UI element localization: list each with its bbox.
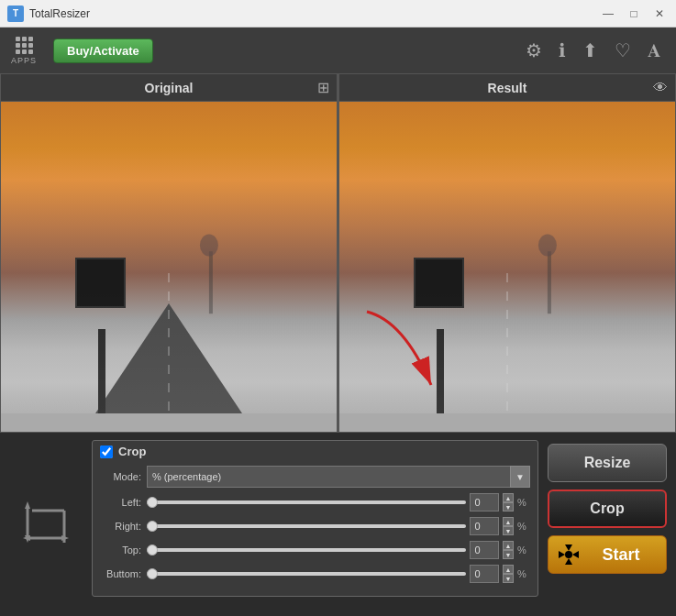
left-spin-up[interactable]: ▲: [503, 493, 514, 502]
crop-button[interactable]: Crop: [548, 490, 667, 528]
right-slider[interactable]: [147, 524, 466, 528]
top-row: Top: ▲ ▼ %: [100, 541, 530, 559]
crop-panel-title: Crop: [118, 445, 146, 458]
svg-point-9: [538, 234, 557, 256]
original-panel-header: Original ⊞: [1, 74, 337, 102]
main-content: Original ⊞: [0, 73, 676, 616]
top-label: Top:: [100, 544, 141, 556]
bottom-slider-wrapper: ▲ ▼ %: [147, 565, 530, 583]
apps-button[interactable]: APPS: [11, 37, 37, 65]
right-input[interactable]: [470, 517, 499, 535]
result-panel-header: Result 👁: [339, 74, 675, 102]
minimize-button[interactable]: —: [599, 5, 617, 23]
buy-activate-button[interactable]: Buy/Activate: [53, 38, 153, 63]
original-panel: Original ⊞: [0, 73, 338, 433]
left-spin-down[interactable]: ▼: [503, 502, 514, 512]
result-image: [339, 102, 675, 413]
crop-tool-icon: [18, 497, 73, 552]
mode-select[interactable]: % (percentage)px (pixels): [147, 466, 530, 488]
apps-label: APPS: [11, 56, 37, 65]
controls-area: Crop Mode: % (percentage)px (pixels) ▼ L…: [0, 433, 676, 616]
close-button[interactable]: ✕: [650, 5, 669, 23]
svg-point-4: [200, 234, 218, 256]
top-unit: %: [517, 544, 530, 556]
bottom-row: Buttom: ▲ ▼ %: [100, 565, 530, 583]
result-panel-title: Result: [488, 81, 527, 95]
svg-rect-2: [1, 289, 337, 413]
crop-checkbox[interactable]: [100, 446, 113, 458]
bottom-input[interactable]: [470, 565, 499, 583]
svg-rect-7: [339, 289, 675, 413]
right-row: Right: ▲ ▼ %: [100, 517, 530, 535]
maximize-button[interactable]: □: [625, 5, 643, 23]
bottom-label: Buttom:: [100, 568, 141, 579]
svg-rect-8: [548, 251, 551, 314]
crop-settings-panel: Crop Mode: % (percentage)px (pixels) ▼ L…: [92, 440, 538, 597]
left-input[interactable]: [470, 493, 499, 512]
titlebar-controls: — □ ✕: [599, 5, 669, 23]
crop-panel-header: Crop: [100, 445, 530, 458]
road-svg: [1, 102, 337, 413]
original-panel-footer: [1, 413, 337, 432]
settings-icon[interactable]: ⚙: [521, 35, 547, 66]
left-spin: ▲ ▼: [503, 493, 514, 512]
apps-grid-icon: [16, 37, 33, 54]
toolbar: APPS Buy/Activate ⚙ ℹ ⬆ ♡ 𝐀: [0, 28, 676, 73]
right-label: Right:: [100, 521, 141, 532]
info-icon[interactable]: ℹ: [554, 35, 571, 66]
mode-dropdown-wrapper: % (percentage)px (pixels) ▼: [147, 466, 530, 488]
left-unit: %: [517, 497, 530, 508]
left-slider[interactable]: [147, 500, 466, 504]
resize-button[interactable]: Resize: [548, 444, 667, 482]
app-icon: T: [7, 6, 24, 22]
top-input[interactable]: [470, 541, 499, 559]
svg-marker-14: [25, 501, 30, 509]
original-image: [1, 102, 337, 413]
top-spin: ▲ ▼: [503, 541, 514, 559]
left-slider-wrapper: ▲ ▼ %: [147, 493, 530, 512]
result-panel: Result 👁: [338, 73, 676, 433]
mode-row: Mode: % (percentage)px (pixels) ▼: [100, 466, 530, 488]
app-title: TotalResizer: [29, 7, 599, 20]
bottom-unit: %: [517, 568, 530, 579]
svg-rect-3: [209, 251, 213, 314]
radiation-icon: [556, 542, 582, 567]
font-icon[interactable]: 𝐀: [643, 36, 665, 66]
left-row: Left: ▲ ▼ %: [100, 493, 530, 512]
bottom-slider[interactable]: [147, 572, 466, 576]
crop-icon-area: [9, 440, 83, 609]
start-label: Start: [602, 545, 639, 565]
heart-icon[interactable]: ♡: [610, 35, 636, 66]
right-spin: ▲ ▼: [503, 517, 514, 535]
bottom-spin-down[interactable]: ▼: [503, 574, 514, 583]
top-slider-wrapper: ▲ ▼ %: [147, 541, 530, 559]
eye-icon[interactable]: 👁: [653, 80, 668, 96]
result-panel-footer: [339, 413, 675, 432]
start-button[interactable]: Start: [548, 535, 667, 574]
action-buttons: Resize Crop Start: [548, 440, 667, 574]
left-label: Left:: [100, 497, 141, 508]
right-slider-wrapper: ▲ ▼ %: [147, 517, 530, 535]
bottom-spin-up[interactable]: ▲: [503, 565, 514, 574]
image-panels: Original ⊞: [0, 73, 676, 433]
right-spin-down[interactable]: ▼: [503, 526, 514, 535]
top-spin-up[interactable]: ▲: [503, 541, 514, 550]
top-spin-down[interactable]: ▼: [503, 550, 514, 559]
top-slider[interactable]: [147, 548, 466, 552]
result-road-svg: [339, 102, 675, 413]
right-unit: %: [517, 521, 530, 532]
titlebar: T TotalResizer — □ ✕: [0, 0, 676, 28]
right-spin-up[interactable]: ▲: [503, 517, 514, 526]
svg-point-18: [565, 551, 572, 558]
original-panel-title: Original: [145, 81, 194, 95]
share-icon[interactable]: ⬆: [578, 35, 603, 66]
bottom-spin: ▲ ▼: [503, 565, 514, 583]
mode-label: Mode:: [100, 471, 141, 482]
compare-icon[interactable]: ⊞: [317, 79, 329, 96]
